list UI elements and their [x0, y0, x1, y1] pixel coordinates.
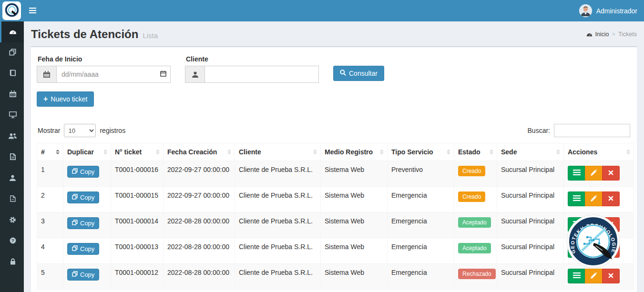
sidebar-item-reports[interactable] [0, 189, 24, 210]
creation-date: 2022-08-28 00:00:00 [164, 264, 235, 290]
edit-button[interactable] [585, 191, 603, 206]
list-icon [573, 195, 581, 202]
pencil-icon [591, 247, 597, 254]
column-header[interactable]: Estado [454, 143, 497, 161]
table-row: 2CopyT0001-0000152022-09-27 00:00:00Clie… [37, 187, 634, 212]
question-icon: ? [10, 237, 16, 246]
column-header[interactable]: Acciones [564, 143, 634, 161]
delete-button[interactable] [602, 166, 620, 181]
status-badge: Aceptado [458, 243, 491, 253]
column-header[interactable]: Medio Registro [321, 143, 388, 161]
copy-button[interactable]: Copy [67, 166, 99, 178]
ticket-number: T0001-000016 [111, 161, 164, 187]
edit-button[interactable] [585, 243, 603, 258]
sidebar-item-security[interactable] [0, 252, 24, 273]
page-size-select[interactable]: 10 [64, 124, 96, 137]
copy-button[interactable]: Copy [67, 243, 99, 255]
file-text-icon [10, 153, 16, 162]
breadcrumb-home[interactable]: Inicio [586, 31, 609, 38]
delete-button[interactable] [602, 217, 620, 232]
gear-icon [9, 216, 16, 225]
copy-icon [72, 194, 78, 201]
service-type: Emergencia [388, 238, 454, 264]
start-date-input[interactable] [56, 66, 171, 83]
sidebar-item-dashboard[interactable] [0, 21, 24, 42]
delete-button[interactable] [602, 269, 620, 283]
copy-icon [72, 245, 78, 252]
sidebar-item-profile[interactable] [0, 168, 24, 189]
column-header[interactable]: N° ticket [111, 143, 164, 161]
column-header[interactable]: Duplicar [63, 143, 111, 161]
column-header[interactable]: # [37, 143, 63, 161]
file-pdf-icon [10, 195, 16, 204]
client-name: Cliente de Prueba S.R.L. [235, 187, 321, 212]
row-index: 1 [37, 161, 63, 187]
edit-button[interactable] [585, 269, 603, 283]
calendar-icon [10, 91, 16, 99]
column-header[interactable]: Sede [497, 143, 564, 161]
status-badge: Rechazado [458, 269, 496, 279]
service-type: Emergencia [388, 187, 454, 212]
status-badge: Creado [458, 166, 485, 176]
avatar [579, 4, 592, 17]
sidebar-item-equipment[interactable] [0, 105, 24, 126]
page-size-control: Mostrar 10 registros [38, 124, 125, 137]
sort-icon [227, 150, 231, 154]
delete-button[interactable] [602, 191, 620, 206]
column-header[interactable]: Tipo Servicio [388, 143, 454, 161]
sede: Sucursal Principal [497, 238, 564, 264]
status-badge: Aceptado [458, 217, 491, 228]
client-filter-group: Cliente [185, 54, 319, 83]
sidebar-item-calendar[interactable] [0, 84, 24, 105]
client-name: Cliente de Prueba S.R.L. [235, 212, 321, 238]
column-header[interactable]: Cliente [235, 143, 321, 161]
close-icon [608, 195, 613, 202]
sidebar-item-directory[interactable] [0, 63, 24, 84]
date-picker-icon[interactable] [160, 70, 166, 79]
copy-button[interactable]: Copy [67, 191, 99, 203]
view-details-button[interactable] [568, 269, 585, 283]
copy-button[interactable]: Copy [67, 217, 99, 229]
sidebar-toggle-button[interactable] [29, 7, 36, 15]
view-details-button[interactable] [568, 191, 585, 206]
lock-icon [10, 258, 16, 267]
edit-button[interactable] [585, 217, 603, 232]
view-details-button[interactable] [568, 217, 585, 232]
sidebar-item-settings[interactable] [0, 210, 24, 231]
sidebar-item-help[interactable]: ? [0, 231, 24, 252]
app-logo[interactable] [2, 1, 21, 20]
copy-icon [72, 271, 78, 278]
list-icon [573, 170, 581, 177]
sidebar-item-clients[interactable] [0, 126, 24, 147]
edit-button[interactable] [585, 166, 603, 181]
consult-button[interactable]: Consultar [333, 66, 384, 81]
sort-icon [313, 150, 317, 154]
sidebar-item-modules[interactable] [0, 42, 24, 63]
list-icon [573, 221, 581, 228]
search-input[interactable] [554, 124, 630, 137]
breadcrumb: Inicio > Tickets [586, 31, 637, 38]
sede: Sucursal Principal [497, 161, 564, 187]
creation-date: 2022-09-27 00:00:00 [164, 161, 235, 187]
app-logo-icon [5, 3, 19, 19]
ticket-number: T0001-000015 [111, 187, 164, 212]
sidebar-item-documents[interactable] [0, 147, 24, 168]
sede: Sucursal Principal [497, 264, 564, 290]
tickets-table: #DuplicarN° ticketFecha CreaciónClienteM… [37, 143, 634, 290]
row-index: 3 [37, 212, 63, 238]
creation-date: 2022-09-27 00:00:00 [164, 187, 235, 212]
row-index: 4 [37, 238, 63, 264]
copy-button[interactable]: Copy [67, 269, 99, 281]
client-input[interactable] [204, 66, 319, 83]
content-box: Feha de Inicio [31, 46, 637, 292]
view-details-button[interactable] [568, 166, 585, 181]
row-index: 2 [37, 187, 63, 212]
gauge-icon [9, 28, 17, 36]
view-details-button[interactable] [568, 243, 585, 258]
top-navbar: Administrador [0, 0, 644, 21]
copy-icon [72, 220, 78, 227]
new-ticket-button[interactable]: + Nuevo ticket [37, 91, 94, 107]
column-header[interactable]: Fecha Creación [164, 143, 235, 161]
user-menu[interactable]: Administrador [579, 4, 637, 17]
delete-button[interactable] [602, 243, 620, 258]
